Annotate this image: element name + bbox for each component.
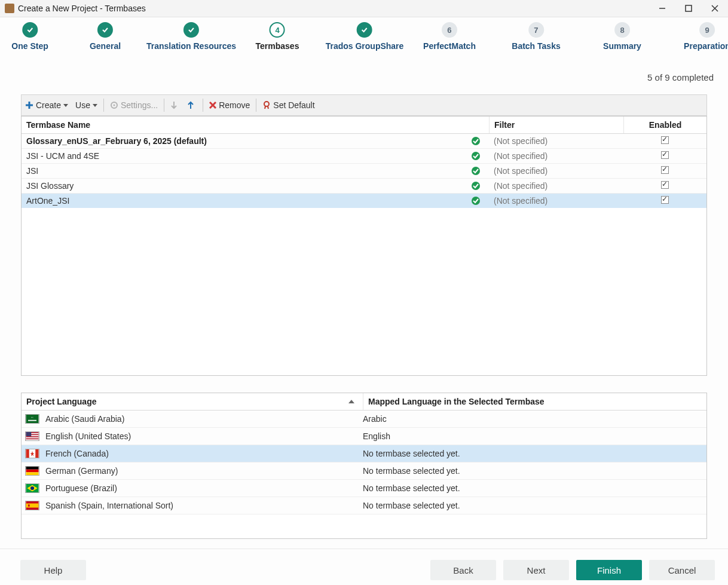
toolbar-separator <box>103 99 104 112</box>
svg-rect-21 <box>28 420 36 421</box>
move-up-button[interactable] <box>183 95 200 115</box>
language-row[interactable]: ﷻArabic (Saudi Arabia)Arabic <box>22 411 706 428</box>
project-language-name: French (Canada) <box>45 449 109 458</box>
project-language-name: Arabic (Saudi Arabia) <box>45 414 124 424</box>
wizard-step[interactable]: 9Preparation <box>684 20 728 51</box>
create-button[interactable]: Create <box>22 95 72 115</box>
mapped-language-cell: No termbase selected yet. <box>357 501 706 510</box>
enabled-checkbox[interactable] <box>661 151 669 159</box>
wizard-step[interactable]: 4Termbases <box>256 20 299 51</box>
filter-cell: (Not specified) <box>489 181 623 191</box>
arrow-down-icon <box>170 101 178 109</box>
remove-button[interactable]: Remove <box>206 95 253 115</box>
svg-rect-35 <box>26 472 39 475</box>
use-button[interactable]: Use <box>72 95 101 115</box>
wizard-step[interactable]: General <box>90 20 121 51</box>
enabled-checkbox[interactable] <box>661 166 669 174</box>
move-down-button[interactable] <box>167 95 183 115</box>
termbase-name: Glossary_enUS_ar_February 6, 2025 (defau… <box>26 136 207 146</box>
col-header-mapped-language[interactable]: Mapped Language in the Selected Termbase <box>363 393 706 410</box>
minimize-button[interactable] <box>649 0 675 17</box>
check-icon <box>22 22 38 38</box>
svg-line-13 <box>265 106 265 109</box>
language-row[interactable]: French (Canada)No termbase selected yet. <box>22 445 706 463</box>
next-button[interactable]: Next <box>503 560 569 580</box>
language-row[interactable]: Portuguese (Brazil)No termbase selected … <box>22 480 706 497</box>
project-language-cell: English (United States) <box>22 431 357 441</box>
wizard-steps: One StepGeneralTranslation Resources4Ter… <box>0 20 728 58</box>
svg-rect-31 <box>35 449 38 458</box>
termbase-row[interactable]: JSI Glossary(Not specified) <box>22 179 706 194</box>
svg-line-14 <box>268 106 268 109</box>
settings-button[interactable]: Settings... <box>106 95 161 115</box>
maximize-button[interactable] <box>675 0 702 17</box>
filter-cell: (Not specified) <box>489 151 623 161</box>
project-language-name: Spanish (Spain, International Sort) <box>45 501 173 510</box>
enabled-checkbox[interactable] <box>661 136 669 144</box>
language-row[interactable]: English (United States)English <box>22 428 706 445</box>
termbase-grid: Termbase Name Filter Enabled Glossary_en… <box>21 116 707 376</box>
mapped-language-cell: Arabic <box>357 414 706 424</box>
close-button[interactable] <box>702 0 728 17</box>
termbase-name-cell: JSI Glossary <box>22 181 489 191</box>
check-icon <box>97 22 113 38</box>
wizard-step[interactable]: 8Summary <box>603 20 641 51</box>
mapped-language-cell: No termbase selected yet. <box>357 466 706 476</box>
svg-point-38 <box>30 486 34 490</box>
step-label: Preparation <box>684 41 728 51</box>
wizard-footer: Help Back Next Finish Cancel <box>0 549 728 580</box>
svg-point-17 <box>472 167 480 175</box>
termbase-name-cell: ArtOne_JSI <box>22 196 489 206</box>
svg-rect-33 <box>26 467 39 470</box>
wizard-step[interactable]: One Step <box>11 20 48 51</box>
toolbar-separator <box>203 99 203 112</box>
language-row[interactable]: German (Germany)No termbase selected yet… <box>22 463 706 480</box>
enabled-cell <box>623 194 706 207</box>
help-button[interactable]: Help <box>20 560 86 580</box>
finish-button[interactable]: Finish <box>576 560 642 580</box>
project-language-label: Project Language <box>26 397 96 406</box>
chevron-down-icon <box>93 104 97 107</box>
step-label: Termbases <box>256 41 299 51</box>
enabled-cell <box>623 149 706 163</box>
wizard-step[interactable]: 7Batch Tasks <box>512 20 560 51</box>
flag-icon: ﷻ <box>25 414 39 424</box>
termbase-row[interactable]: JSI(Not specified) <box>22 164 706 179</box>
col-header-filter[interactable]: Filter <box>490 117 624 133</box>
wizard-step[interactable]: 6PerfectMatch <box>423 20 476 51</box>
svg-text:ﷻ: ﷻ <box>31 416 33 419</box>
svg-point-18 <box>472 182 480 190</box>
toolbar-separator <box>256 99 256 112</box>
termbase-row[interactable]: Glossary_enUS_ar_February 6, 2025 (defau… <box>22 134 706 149</box>
title-bar: Create a New Project - Termbases <box>0 0 728 17</box>
check-circle-icon <box>471 151 481 161</box>
language-row[interactable]: Spanish (Spain, International Sort)No te… <box>22 497 706 514</box>
enabled-checkbox[interactable] <box>661 196 669 204</box>
back-button[interactable]: Back <box>430 560 496 580</box>
svg-point-12 <box>264 102 269 106</box>
enabled-checkbox[interactable] <box>661 181 669 189</box>
flag-icon <box>25 431 39 441</box>
step-label: General <box>90 41 121 51</box>
termbase-grid-empty-area <box>22 208 706 375</box>
project-language-cell: Spanish (Spain, International Sort) <box>22 501 357 510</box>
svg-rect-26 <box>26 437 39 439</box>
wizard-step[interactable]: Translation Resources <box>146 20 236 51</box>
termbase-row[interactable]: JSI - UCM and 4SE(Not specified) <box>22 149 706 164</box>
chevron-down-icon <box>63 104 68 107</box>
step-label: One Step <box>11 41 48 51</box>
svg-point-16 <box>472 152 480 160</box>
cancel-button[interactable]: Cancel <box>649 560 715 580</box>
check-icon <box>183 22 199 38</box>
wizard-step[interactable]: Trados GroupShare <box>326 20 404 51</box>
termbase-row[interactable]: ArtOne_JSI(Not specified) <box>22 194 706 208</box>
col-header-enabled[interactable]: Enabled <box>624 117 706 133</box>
window-title: Create a New Project - Termbases <box>18 4 146 13</box>
set-default-button[interactable]: Set Default <box>259 95 318 115</box>
col-header-name[interactable]: Termbase Name <box>22 117 490 133</box>
col-header-project-language[interactable]: Project Language <box>22 393 363 410</box>
step-number: 6 <box>442 22 457 38</box>
use-label: Use <box>75 100 90 110</box>
check-circle-icon <box>471 181 481 191</box>
step-number: 4 <box>270 22 285 38</box>
